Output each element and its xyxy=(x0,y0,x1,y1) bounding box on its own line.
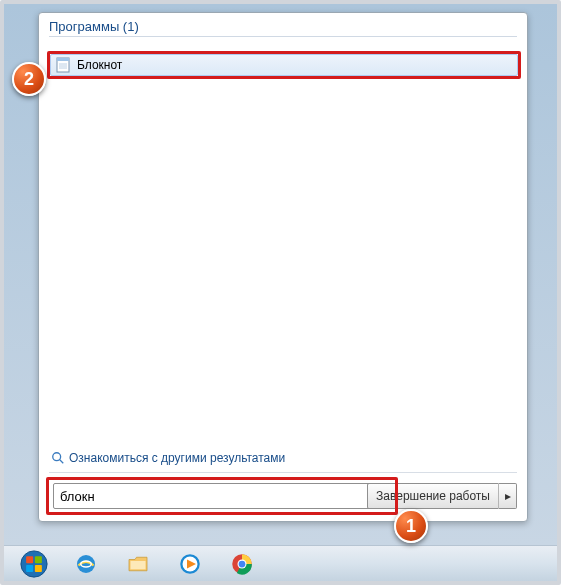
svg-rect-1 xyxy=(57,58,69,61)
taskbar-app-ie[interactable] xyxy=(62,549,110,579)
bottom-divider xyxy=(49,472,517,473)
svg-point-5 xyxy=(53,453,61,461)
annotation-badge-1-label: 1 xyxy=(406,516,416,537)
taskbar-app-wmp[interactable] xyxy=(166,549,214,579)
category-count: (1) xyxy=(123,19,139,34)
start-button[interactable] xyxy=(10,549,58,579)
svg-point-20 xyxy=(239,560,246,567)
shutdown-split-button: Завершение работы ▸ xyxy=(367,483,517,509)
shutdown-options-button[interactable]: ▸ xyxy=(499,483,517,509)
svg-rect-11 xyxy=(35,564,42,571)
search-box[interactable]: × xyxy=(53,483,391,509)
annotation-badge-2: 2 xyxy=(12,62,46,96)
svg-rect-10 xyxy=(26,564,33,571)
search-result-item[interactable]: Блокнот xyxy=(50,54,518,76)
svg-rect-9 xyxy=(35,556,42,563)
ie-icon xyxy=(74,552,98,576)
taskbar-app-chrome[interactable] xyxy=(218,549,266,579)
annotation-badge-2-label: 2 xyxy=(24,69,34,90)
svg-rect-8 xyxy=(26,556,33,563)
windows-start-icon xyxy=(20,550,48,578)
svg-rect-14 xyxy=(131,561,146,569)
results-empty-area xyxy=(47,77,519,469)
svg-point-7 xyxy=(21,550,47,576)
taskbar-app-explorer[interactable] xyxy=(114,549,162,579)
category-divider xyxy=(49,36,517,37)
wmp-icon xyxy=(178,552,202,576)
taskbar xyxy=(4,545,557,581)
results-category-header: Программы (1) xyxy=(39,13,527,36)
more-results-label: Ознакомиться с другими результатами xyxy=(69,451,285,465)
chevron-right-icon: ▸ xyxy=(505,489,511,503)
notepad-icon xyxy=(55,57,71,73)
search-icon xyxy=(51,451,65,465)
start-menu-panel: Программы (1) Блокнот Ознакомиться с дру… xyxy=(38,12,528,522)
folder-icon xyxy=(126,552,150,576)
shutdown-button[interactable]: Завершение работы xyxy=(367,483,499,509)
result-label: Блокнот xyxy=(77,58,122,72)
svg-line-6 xyxy=(60,460,64,464)
shutdown-label: Завершение работы xyxy=(376,489,490,503)
more-results-link[interactable]: Ознакомиться с другими результатами xyxy=(51,451,285,465)
chrome-icon xyxy=(230,552,254,576)
search-input[interactable] xyxy=(60,489,370,504)
annotation-badge-1: 1 xyxy=(394,509,428,543)
category-label: Программы xyxy=(49,19,119,34)
